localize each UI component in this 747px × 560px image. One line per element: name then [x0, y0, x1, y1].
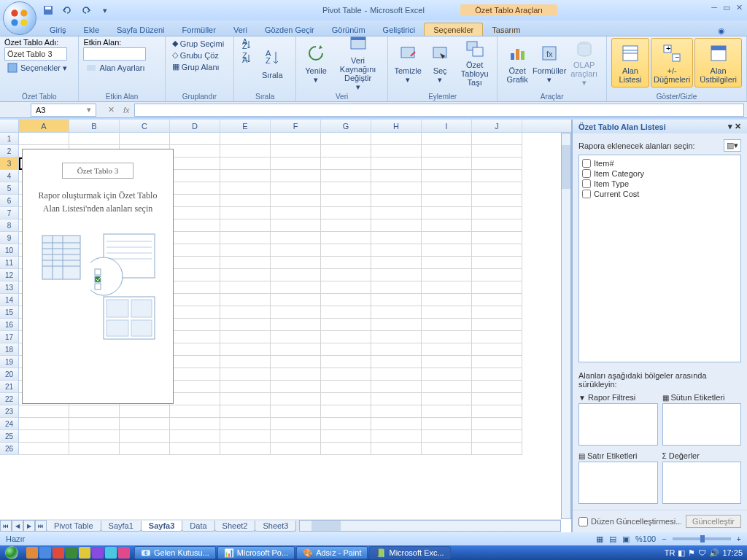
tray-icon[interactable]: 🔊 — [709, 548, 719, 558]
cell[interactable] — [321, 356, 371, 368]
cell[interactable] — [170, 294, 220, 306]
row-header[interactable]: 25 — [0, 430, 19, 443]
area-filter[interactable] — [578, 403, 658, 446]
col-header[interactable]: F — [271, 120, 321, 132]
view-layout-icon[interactable]: ▤ — [609, 534, 616, 544]
formula-input[interactable] — [134, 104, 744, 117]
cell[interactable] — [220, 331, 271, 343]
cell[interactable] — [422, 244, 472, 257]
cell[interactable] — [422, 170, 472, 182]
cell[interactable] — [422, 219, 472, 232]
cell[interactable] — [170, 145, 220, 158]
row-header[interactable]: 19 — [0, 356, 19, 368]
cell[interactable] — [371, 158, 422, 170]
cell[interactable] — [120, 405, 170, 418]
sheet-tab[interactable]: Sheet2 — [214, 521, 256, 532]
row-header[interactable]: 16 — [0, 319, 19, 331]
cell[interactable] — [271, 182, 321, 195]
row-header[interactable]: 15 — [0, 306, 19, 319]
cell[interactable] — [422, 343, 472, 356]
cell[interactable] — [422, 430, 472, 443]
options-button[interactable]: Seçenekler ▾ — [4, 61, 69, 74]
cell[interactable] — [170, 368, 220, 381]
cell[interactable] — [321, 443, 371, 455]
cell[interactable] — [371, 443, 422, 455]
cell[interactable] — [271, 430, 321, 443]
cell[interactable] — [271, 381, 321, 393]
ql-icon[interactable] — [39, 547, 51, 559]
row-header[interactable]: 22 — [0, 393, 19, 405]
name-box[interactable]: A3▾ — [31, 104, 96, 117]
cell[interactable] — [321, 207, 371, 219]
zoom-level[interactable]: %100 — [635, 534, 656, 543]
cell[interactable] — [321, 269, 371, 281]
cell[interactable] — [220, 319, 271, 331]
row-header[interactable]: 23 — [0, 405, 19, 418]
cell[interactable] — [321, 281, 371, 294]
cell[interactable] — [371, 319, 422, 331]
cell[interactable] — [271, 294, 321, 306]
cell[interactable] — [371, 393, 422, 405]
cell[interactable] — [472, 430, 522, 443]
cell[interactable] — [371, 170, 422, 182]
cell[interactable] — [422, 133, 472, 145]
cell[interactable] — [271, 331, 321, 343]
row-header[interactable]: 14 — [0, 294, 19, 306]
defer-layout-checkbox[interactable]: Düzen Güncelleştirmesi... — [578, 517, 681, 526]
cell[interactable] — [271, 244, 321, 257]
cell[interactable] — [271, 133, 321, 145]
cell[interactable] — [271, 257, 321, 269]
row-header[interactable]: 21 — [0, 381, 19, 393]
cell[interactable] — [170, 430, 220, 443]
cell[interactable] — [271, 368, 321, 381]
cell[interactable] — [422, 405, 472, 418]
view-break-icon[interactable]: ▣ — [622, 534, 630, 544]
cell[interactable] — [472, 319, 522, 331]
cell[interactable] — [472, 405, 522, 418]
cell[interactable] — [271, 343, 321, 356]
cell[interactable] — [271, 170, 321, 182]
cell[interactable] — [120, 133, 170, 145]
sheet-tab[interactable]: Data — [182, 521, 214, 532]
row-header[interactable]: 7 — [0, 207, 19, 219]
cell[interactable] — [170, 207, 220, 219]
sheet-nav-last[interactable]: ⏭ — [35, 520, 47, 532]
view-normal-icon[interactable]: ▦ — [596, 534, 603, 544]
row-header[interactable]: 1 — [0, 133, 19, 145]
cell[interactable] — [321, 343, 371, 356]
cell[interactable] — [220, 405, 271, 418]
maximize-button[interactable]: ▭ — [723, 3, 730, 12]
zoom-slider[interactable] — [673, 537, 731, 540]
refresh-button[interactable]: Yenile▾ — [301, 38, 331, 88]
cell[interactable] — [220, 306, 271, 319]
cell[interactable] — [271, 281, 321, 294]
cell[interactable] — [422, 393, 472, 405]
cell[interactable] — [271, 219, 321, 232]
cell[interactable] — [472, 393, 522, 405]
cell[interactable] — [220, 418, 271, 430]
cell[interactable] — [120, 443, 170, 455]
row-header[interactable]: 17 — [0, 331, 19, 343]
cell[interactable] — [271, 158, 321, 170]
sort-button[interactable]: AZSırala — [256, 38, 288, 88]
cell[interactable] — [472, 257, 522, 269]
cell[interactable] — [220, 182, 271, 195]
cell[interactable] — [422, 319, 472, 331]
cell[interactable] — [220, 207, 271, 219]
tab-options[interactable]: Seçenekler — [424, 23, 483, 36]
area-columns[interactable] — [662, 403, 742, 446]
col-header[interactable]: A — [19, 120, 69, 132]
cell[interactable] — [371, 356, 422, 368]
row-header[interactable]: 2 — [0, 145, 19, 158]
cell[interactable] — [170, 219, 220, 232]
horizontal-scrollbar[interactable] — [299, 520, 561, 532]
cell[interactable] — [19, 133, 69, 145]
col-header[interactable]: E — [220, 120, 271, 132]
cell[interactable] — [321, 244, 371, 257]
row-header[interactable]: 8 — [0, 219, 19, 232]
cell[interactable] — [321, 393, 371, 405]
cell[interactable] — [472, 182, 522, 195]
row-header[interactable]: 10 — [0, 244, 19, 257]
cell[interactable] — [271, 306, 321, 319]
col-header[interactable]: B — [69, 120, 120, 132]
